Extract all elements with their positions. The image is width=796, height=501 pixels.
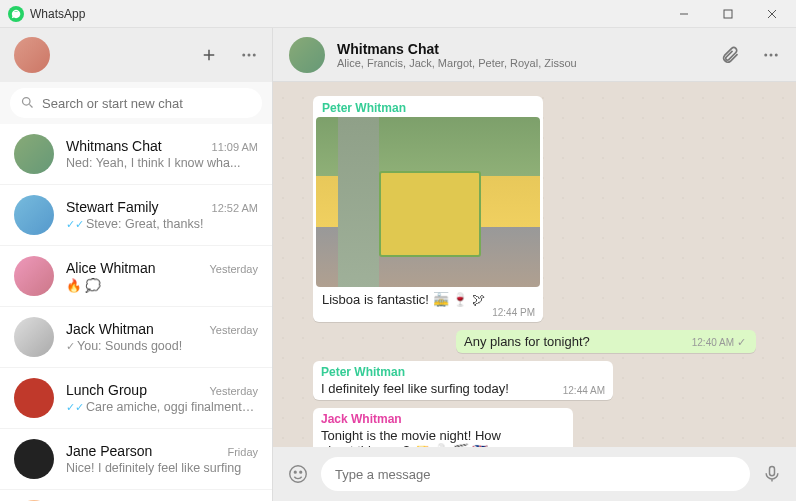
menu-icon[interactable] [240, 46, 258, 64]
message-image[interactable] [316, 117, 540, 287]
chat-preview: Nice! I definitely feel like surfing [66, 461, 258, 475]
my-avatar[interactable] [14, 37, 50, 73]
chat-list-item[interactable]: Stewart Family12:52 AM ✓✓Steve: Great, t… [0, 185, 272, 246]
new-chat-icon[interactable] [200, 46, 218, 64]
svg-rect-1 [724, 10, 732, 18]
message-sender: Jack Whitman [321, 412, 565, 426]
sent-tick-icon: ✓ [737, 336, 746, 349]
sent-tick-icon: ✓ [66, 340, 75, 352]
chat-time: Friday [227, 446, 258, 458]
svg-point-14 [290, 466, 307, 483]
svg-point-13 [775, 53, 778, 56]
search-icon [20, 95, 35, 110]
svg-point-8 [253, 54, 256, 57]
maximize-button[interactable] [706, 0, 750, 28]
search-input[interactable] [10, 88, 262, 118]
chat-list: Whitmans Chat11:09 AM Ned: Yeah, I think… [0, 124, 272, 501]
conversation-participants: Alice, Francis, Jack, Margot, Peter, Roy… [337, 57, 577, 69]
avatar [14, 378, 54, 418]
window-titlebar: WhatsApp [0, 0, 796, 28]
svg-rect-17 [770, 467, 775, 476]
chat-preview: Ned: Yeah, I think I know wha... [66, 156, 258, 170]
avatar [14, 317, 54, 357]
message-sender: Peter Whitman [316, 99, 540, 115]
svg-point-15 [294, 471, 296, 473]
chat-list-item[interactable]: Whitmans Chat11:09 AM Ned: Yeah, I think… [0, 124, 272, 185]
avatar [14, 195, 54, 235]
message-time: 12:44 AM [563, 385, 605, 396]
chat-name: Lunch Group [66, 382, 147, 398]
chat-preview: ✓You: Sounds good! [66, 339, 258, 353]
message-list[interactable]: Peter Whitman Lisboa is fantastic! 🚋 🍷 🕊… [273, 82, 796, 447]
chat-time: Yesterday [209, 385, 258, 397]
message-bubble-incoming[interactable]: Jack Whitman Tonight is the movie night!… [313, 408, 573, 447]
sidebar: Whitmans Chat11:09 AM Ned: Yeah, I think… [0, 28, 273, 501]
svg-point-12 [770, 53, 773, 56]
svg-point-16 [300, 471, 302, 473]
svg-point-11 [764, 53, 767, 56]
read-ticks-icon: ✓✓ [66, 401, 84, 413]
close-button[interactable] [750, 0, 794, 28]
svg-point-6 [242, 54, 245, 57]
conversation-header: Whitmans Chat Alice, Francis, Jack, Marg… [273, 28, 796, 82]
chat-preview: ✓✓Care amiche, oggi finalmente posso [66, 400, 258, 414]
message-text: Tonight is the movie night! How about th… [321, 428, 565, 447]
sidebar-header [0, 28, 272, 82]
chat-name: Jane Pearson [66, 443, 152, 459]
message-bubble-incoming[interactable]: Peter Whitman Lisboa is fantastic! 🚋 🍷 🕊… [313, 96, 543, 322]
whatsapp-logo-icon [8, 6, 24, 22]
read-ticks-icon: ✓✓ [66, 218, 84, 230]
chat-list-item[interactable]: Jane PearsonFriday Nice! I definitely fe… [0, 429, 272, 490]
microphone-icon[interactable] [762, 464, 782, 484]
avatar [14, 134, 54, 174]
chat-name: Stewart Family [66, 199, 159, 215]
chat-name: Jack Whitman [66, 321, 154, 337]
chat-time: 12:52 AM [212, 202, 258, 214]
message-composer [273, 447, 796, 501]
svg-line-10 [29, 104, 32, 107]
conversation-avatar[interactable] [289, 37, 325, 73]
chat-preview: 🔥 💭 [66, 278, 258, 293]
message-input[interactable] [321, 457, 750, 491]
message-bubble-outgoing[interactable]: Any plans for tonight? 12:40 AM✓ [456, 330, 756, 353]
conversation-pane: Whitmans Chat Alice, Francis, Jack, Marg… [273, 28, 796, 501]
chat-preview: ✓✓Steve: Great, thanks! [66, 217, 258, 231]
message-time: 12:44 PM [492, 307, 535, 318]
chat-time: Yesterday [209, 263, 258, 275]
chat-time: 11:09 AM [212, 141, 258, 153]
conversation-title: Whitmans Chat [337, 41, 577, 57]
chat-list-item[interactable]: Lunch GroupYesterday ✓✓Care amiche, oggi… [0, 368, 272, 429]
attachment-icon[interactable] [720, 45, 740, 65]
message-bubble-incoming[interactable]: Peter Whitman I definitely feel like sur… [313, 361, 613, 400]
chat-list-item[interactable]: Jack WhitmanYesterday ✓You: Sounds good! [0, 307, 272, 368]
chat-list-item[interactable]: Peter WhitmanFriday Yeah, I think I know… [0, 490, 272, 501]
chat-time: Yesterday [209, 324, 258, 336]
minimize-button[interactable] [662, 0, 706, 28]
menu-icon[interactable] [762, 45, 780, 65]
svg-point-7 [248, 54, 251, 57]
chat-name: Whitmans Chat [66, 138, 162, 154]
svg-point-9 [23, 98, 31, 106]
message-sender: Peter Whitman [321, 365, 605, 379]
chat-list-item[interactable]: Alice WhitmanYesterday 🔥 💭 [0, 246, 272, 307]
avatar [14, 439, 54, 479]
emoji-icon[interactable] [287, 463, 309, 485]
window-title: WhatsApp [30, 7, 85, 21]
chat-name: Alice Whitman [66, 260, 155, 276]
message-time: 12:40 AM✓ [692, 336, 748, 349]
avatar [14, 256, 54, 296]
